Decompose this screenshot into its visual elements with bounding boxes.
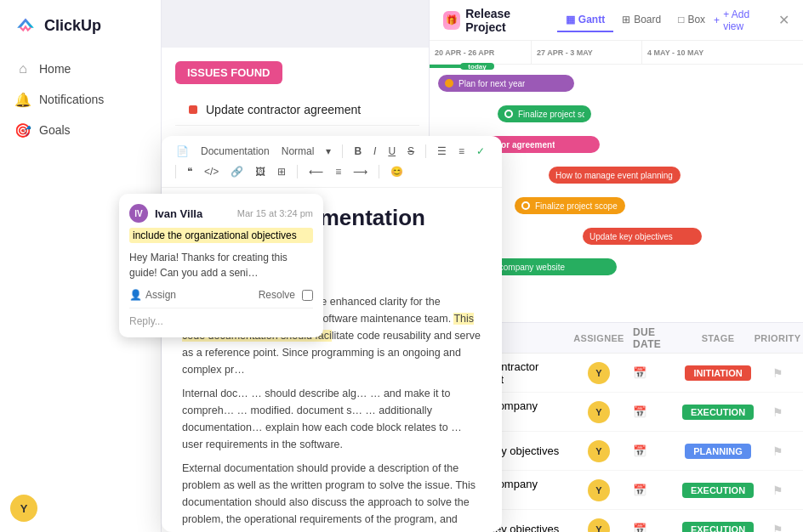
gantt-bar-3: How to manage event planning bbox=[549, 167, 681, 184]
emoji-icon[interactable]: 😊 bbox=[386, 163, 407, 180]
issues-found-button[interactable]: ISSUES FOUND bbox=[175, 61, 282, 84]
priority-flag-0: ⚑ bbox=[772, 366, 783, 380]
assign-icon: 👤 bbox=[129, 289, 142, 301]
week-range-3: 4 MAY - 10 MAY bbox=[647, 48, 748, 57]
code-icon[interactable]: </> bbox=[200, 163, 223, 180]
doc-name[interactable]: Documentation bbox=[196, 143, 274, 160]
col-header-priority: PRIORITY bbox=[752, 333, 803, 343]
assignee-avatar-2: Y bbox=[588, 440, 610, 462]
table-cell-assignee-3: Y bbox=[573, 479, 624, 501]
sidebar-nav: ⌂ Home 🔔 Notifications 🎯 Goals bbox=[0, 48, 161, 151]
task-item-0[interactable]: Update contractor agreement bbox=[175, 94, 419, 126]
table-cell-stage-4: EXECUTION bbox=[684, 522, 752, 533]
table-cell-due-4: 📅 bbox=[624, 523, 684, 532]
toolbar-sep-4 bbox=[297, 165, 298, 178]
reply-input[interactable]: Reply... bbox=[129, 308, 313, 327]
table-cell-priority-4: ⚑ bbox=[752, 523, 803, 533]
italic-button[interactable]: I bbox=[369, 143, 380, 160]
gantt-date-header: 20 APR - 26 APR 27 APR - 3 MAY 4 MAY - 1… bbox=[430, 41, 803, 65]
home-icon: ⌂ bbox=[15, 61, 31, 76]
resolve-button[interactable]: Resolve bbox=[259, 289, 313, 301]
calendar-icon-0: 📅 bbox=[633, 366, 646, 379]
link-icon[interactable]: 🔗 bbox=[226, 163, 248, 180]
table-cell-assignee-4: Y bbox=[573, 518, 624, 533]
task-dot bbox=[189, 105, 197, 114]
toolbar-sep-1 bbox=[342, 144, 343, 158]
week-range-1: 20 APR - 26 APR bbox=[435, 48, 526, 57]
sidebar-item-notifications[interactable]: 🔔 Notifications bbox=[7, 85, 154, 114]
comment-footer: 👤 Assign Resolve bbox=[129, 289, 313, 301]
table-cell-due-0: 📅 bbox=[624, 366, 684, 379]
bar-label-0: Plan for next year bbox=[458, 79, 525, 88]
image-icon[interactable]: 🖼 bbox=[251, 163, 270, 180]
align-right-icon[interactable]: ⟶ bbox=[349, 163, 372, 180]
assignee-avatar-1: Y bbox=[588, 401, 610, 423]
priority-flag-2: ⚑ bbox=[772, 444, 783, 458]
app-name: ClickUp bbox=[44, 17, 101, 35]
week-label-3: 4 MAY - 10 MAY bbox=[642, 41, 753, 64]
tab-board[interactable]: ⊞ Board bbox=[613, 8, 669, 32]
clickup-logo-icon bbox=[14, 14, 37, 37]
comment-username: Ivan Villa bbox=[155, 207, 202, 220]
table-cell-stage-1: EXECUTION bbox=[684, 405, 752, 420]
bell-icon: 🔔 bbox=[15, 92, 31, 107]
app-logo: ClickUp bbox=[0, 0, 161, 48]
comment-header: IV Ivan Villa Mar 15 at 3:24 pm bbox=[129, 204, 313, 223]
sidebar-item-label-notifications: Notifications bbox=[39, 93, 104, 106]
strikethrough-button[interactable]: S bbox=[403, 143, 419, 160]
sidebar-item-goals[interactable]: 🎯 Goals bbox=[7, 116, 154, 144]
doc-toolbar: 📄 Documentation Normal ▾ B I U S ☰ ≡ ✓ ❝… bbox=[162, 136, 502, 188]
doc-style-selector[interactable]: Normal bbox=[277, 143, 319, 160]
table-cell-stage-0: INITIATION bbox=[684, 365, 752, 381]
stage-badge-2: PLANNING bbox=[685, 444, 750, 459]
bar-label-3: How to manage event planning bbox=[555, 171, 673, 180]
quote-icon[interactable]: ❝ bbox=[183, 163, 196, 180]
toolbar-sep-2 bbox=[425, 144, 426, 158]
bar-circle-0 bbox=[445, 79, 453, 88]
priority-flag-1: ⚑ bbox=[772, 405, 783, 419]
tab-gantt[interactable]: ▦ Gantt bbox=[557, 8, 613, 32]
user-avatar[interactable]: Y bbox=[10, 495, 37, 522]
sidebar-item-label-goals: Goals bbox=[39, 123, 71, 137]
table-icon[interactable]: ⊞ bbox=[273, 163, 290, 180]
align-left-icon[interactable]: ⟵ bbox=[305, 163, 327, 180]
chevron-down-icon[interactable]: ▾ bbox=[322, 143, 335, 160]
comment-body: Hey Maria! Thanks for creating this guid… bbox=[129, 250, 313, 280]
align-center-icon[interactable]: ≡ bbox=[331, 163, 345, 180]
calendar-icon-2: 📅 bbox=[633, 444, 646, 457]
assignee-avatar-3: Y bbox=[588, 479, 610, 501]
table-cell-assignee-2: Y bbox=[573, 440, 624, 462]
plus-icon: + bbox=[714, 14, 720, 26]
bold-button[interactable]: B bbox=[350, 143, 366, 160]
assign-button[interactable]: 👤 Assign bbox=[129, 289, 176, 301]
bar-label-5: Update key objectives bbox=[589, 232, 673, 241]
col-header-stage: STAGE bbox=[684, 333, 752, 343]
col-header-assignee: ASSIGNEE bbox=[573, 333, 624, 343]
check-icon[interactable]: ✓ bbox=[472, 143, 489, 160]
gantt-add-view[interactable]: + + Add view bbox=[714, 8, 768, 32]
gantt-header: 🎁 Release Project ▦ Gantt ⊞ Board □ Box … bbox=[430, 0, 803, 41]
table-cell-assignee-0: Y bbox=[573, 362, 624, 384]
bar-circle-4 bbox=[521, 201, 530, 210]
gantt-tabs: ▦ Gantt ⊞ Board □ Box bbox=[557, 8, 714, 32]
sidebar-item-home[interactable]: ⌂ Home bbox=[7, 54, 154, 83]
tab-box[interactable]: □ Box bbox=[669, 8, 714, 32]
table-cell-due-2: 📅 bbox=[624, 444, 684, 457]
col-header-due: DUE DATE bbox=[624, 326, 684, 350]
gantt-close-button[interactable]: ✕ bbox=[778, 12, 789, 28]
gantt-bar-4: Finalize project scope bbox=[515, 197, 625, 214]
toolbar-sep-3 bbox=[175, 165, 176, 178]
stage-badge-0: INITIATION bbox=[685, 365, 750, 381]
week-label-1: 20 APR - 26 APR bbox=[430, 41, 532, 64]
stage-badge-3: EXECUTION bbox=[682, 483, 754, 498]
resolve-checkbox[interactable] bbox=[302, 290, 313, 301]
table-cell-stage-2: PLANNING bbox=[684, 444, 752, 459]
toolbar-sep-5 bbox=[379, 165, 379, 178]
ordered-list-icon[interactable]: ≡ bbox=[454, 143, 469, 160]
underline-button[interactable]: U bbox=[384, 143, 400, 160]
stage-badge-4: EXECUTION bbox=[682, 522, 754, 533]
goals-icon: 🎯 bbox=[15, 122, 31, 138]
table-cell-priority-2: ⚑ bbox=[752, 444, 803, 458]
bar-circle-1 bbox=[504, 110, 513, 118]
list-icon[interactable]: ☰ bbox=[433, 143, 451, 160]
